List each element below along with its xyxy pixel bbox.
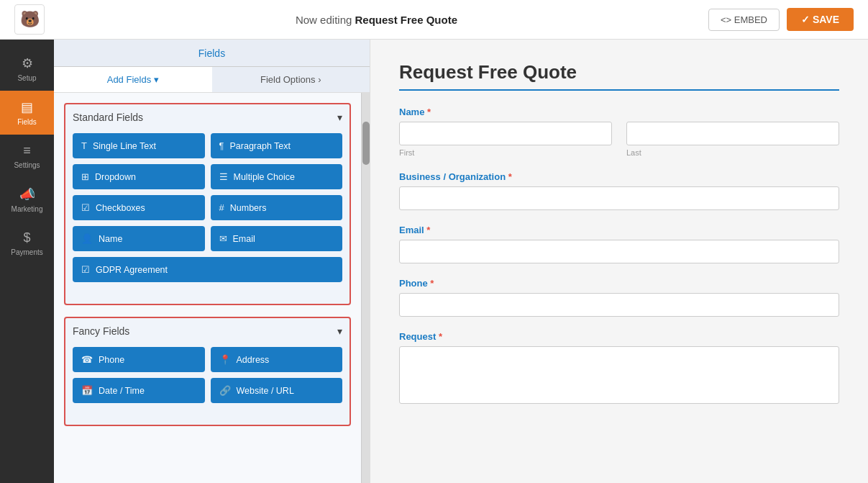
date-time-icon: 📅 — [81, 385, 93, 396]
tab-add-fields[interactable]: Add Fields ▾ — [54, 67, 212, 92]
name-field-label: Name * — [399, 107, 839, 117]
email-input[interactable] — [399, 240, 839, 263]
numbers-label: Numbers — [230, 203, 267, 213]
field-btn-paragraph-text[interactable]: ¶ Paragraph Text — [211, 133, 343, 158]
editing-title: Now editing Request Free Quote — [296, 14, 457, 26]
fancy-fields-grid: ☎ Phone 📍 Address 📅 Date / Time 🔗 — [73, 347, 342, 403]
website-url-label: Website / URL — [237, 386, 294, 396]
dropdown-label: Dropdown — [95, 172, 136, 182]
form-divider — [399, 89, 839, 91]
scrollbar-track[interactable] — [361, 93, 370, 483]
field-btn-name[interactable]: 👤 Name — [73, 226, 205, 251]
numbers-icon: # — [219, 202, 224, 213]
fields-top-bar: Fields — [54, 40, 370, 67]
header-actions: <> EMBED ✓ SAVE — [708, 8, 854, 31]
paragraph-text-icon: ¶ — [219, 140, 224, 151]
first-name-col: First — [399, 122, 612, 157]
dropdown-icon: ⊞ — [81, 171, 89, 182]
single-line-text-label: Single Line Text — [93, 141, 156, 151]
form-field-name: Name * First Last — [399, 107, 839, 157]
last-sublabel: Last — [626, 148, 839, 157]
first-sublabel: First — [399, 148, 612, 157]
business-field-label: Business / Organization * — [399, 171, 839, 182]
fancy-fields-title: Fancy Fields — [73, 325, 129, 337]
form-name-label: Request Free Quote — [355, 14, 458, 26]
chevron-down-icon: ▾ — [337, 112, 342, 123]
embed-button[interactable]: <> EMBED — [708, 9, 780, 31]
tab-field-options[interactable]: Field Options › — [212, 67, 370, 92]
field-btn-phone[interactable]: ☎ Phone — [73, 347, 205, 372]
field-btn-single-line-text[interactable]: T Single Line Text — [73, 133, 205, 158]
field-btn-gdpr[interactable]: ☑ GDPR Agreement — [73, 257, 342, 282]
setup-icon: ⚙ — [22, 55, 33, 71]
sidebar-item-setup[interactable]: ⚙ Setup — [0, 47, 54, 91]
email-btn-label: Email — [233, 234, 255, 244]
address-label: Address — [237, 355, 270, 365]
form-field-email: Email * — [399, 225, 839, 263]
field-btn-email[interactable]: ✉ Email — [211, 226, 343, 251]
settings-icon: ≡ — [23, 143, 31, 158]
top-header: 🐻 Now editing Request Free Quote <> EMBE… — [0, 0, 868, 40]
last-name-input[interactable] — [626, 122, 839, 145]
standard-fields-title: Standard Fields — [73, 112, 143, 123]
setup-label: Setup — [17, 74, 36, 82]
website-url-icon: 🔗 — [219, 385, 231, 396]
email-field-label: Email * — [399, 225, 839, 235]
sidebar-item-payments[interactable]: $ Payments — [0, 222, 54, 265]
standard-fields-header[interactable]: Standard Fields ▾ — [73, 112, 342, 123]
fields-icon: ▤ — [21, 99, 33, 115]
field-btn-date-time[interactable]: 📅 Date / Time — [73, 378, 205, 403]
standard-fields-grid: T Single Line Text ¶ Paragraph Text ⊞ Dr… — [73, 133, 342, 282]
scrollbar-thumb[interactable] — [362, 122, 370, 165]
paragraph-text-label: Paragraph Text — [229, 141, 291, 151]
phone-icon: ☎ — [81, 354, 93, 365]
settings-label: Settings — [14, 161, 40, 169]
form-field-phone: Phone * — [399, 278, 839, 317]
address-icon: 📍 — [219, 354, 231, 365]
gdpr-icon: ☑ — [81, 264, 90, 275]
form-field-business: Business / Organization * — [399, 171, 839, 210]
fancy-fields-header[interactable]: Fancy Fields ▾ — [73, 325, 342, 337]
field-btn-checkboxes[interactable]: ☑ Checkboxes — [73, 195, 205, 220]
date-time-label: Date / Time — [99, 386, 145, 396]
save-button[interactable]: ✓ SAVE — [787, 8, 854, 31]
form-field-request: Request * — [399, 331, 839, 407]
main-layout: ⚙ Setup ▤ Fields ≡ Settings 📣 Marketing … — [0, 40, 868, 483]
sidebar-item-settings[interactable]: ≡ Settings — [0, 135, 54, 178]
field-btn-multiple-choice[interactable]: ☰ Multiple Choice — [211, 164, 343, 189]
logo-area: 🐻 — [14, 4, 45, 35]
request-field-label: Request * — [399, 331, 839, 342]
multiple-choice-label: Multiple Choice — [234, 172, 295, 182]
marketing-label: Marketing — [12, 205, 43, 213]
form-title: Request Free Quote — [399, 61, 839, 83]
first-name-input[interactable] — [399, 122, 612, 145]
editing-label: Now editing — [296, 14, 352, 26]
payments-icon: $ — [23, 230, 30, 245]
name-icon: 👤 — [81, 233, 93, 244]
fields-panel: Fields Add Fields ▾ Field Options › Stan… — [54, 40, 370, 483]
marketing-icon: 📣 — [19, 186, 35, 202]
phone-input[interactable] — [399, 293, 839, 317]
field-btn-dropdown[interactable]: ⊞ Dropdown — [73, 164, 205, 189]
business-input[interactable] — [399, 186, 839, 210]
request-textarea[interactable] — [399, 346, 839, 404]
field-btn-website-url[interactable]: 🔗 Website / URL — [211, 378, 343, 403]
form-preview: Request Free Quote Name * First Last Bu — [370, 40, 868, 483]
multiple-choice-icon: ☰ — [219, 171, 228, 182]
app-logo: 🐻 — [14, 4, 45, 35]
sidebar-item-marketing[interactable]: 📣 Marketing — [0, 178, 54, 222]
fancy-chevron-down-icon: ▾ — [337, 325, 342, 337]
checkboxes-label: Checkboxes — [96, 203, 145, 213]
fancy-fields-section: Fancy Fields ▾ ☎ Phone 📍 Address — [64, 317, 351, 426]
sidebar-nav: ⚙ Setup ▤ Fields ≡ Settings 📣 Marketing … — [0, 40, 54, 483]
tabs-bar: Add Fields ▾ Field Options › — [54, 67, 370, 93]
phone-btn-label: Phone — [99, 355, 124, 365]
field-btn-numbers[interactable]: # Numbers — [211, 195, 343, 220]
gdpr-label: GDPR Agreement — [96, 265, 168, 275]
payments-label: Payments — [11, 248, 42, 256]
phone-field-label: Phone * — [399, 278, 839, 289]
name-row: First Last — [399, 122, 839, 157]
field-btn-address[interactable]: 📍 Address — [211, 347, 343, 372]
sidebar-item-fields[interactable]: ▤ Fields — [0, 91, 54, 135]
fields-label: Fields — [17, 118, 37, 126]
